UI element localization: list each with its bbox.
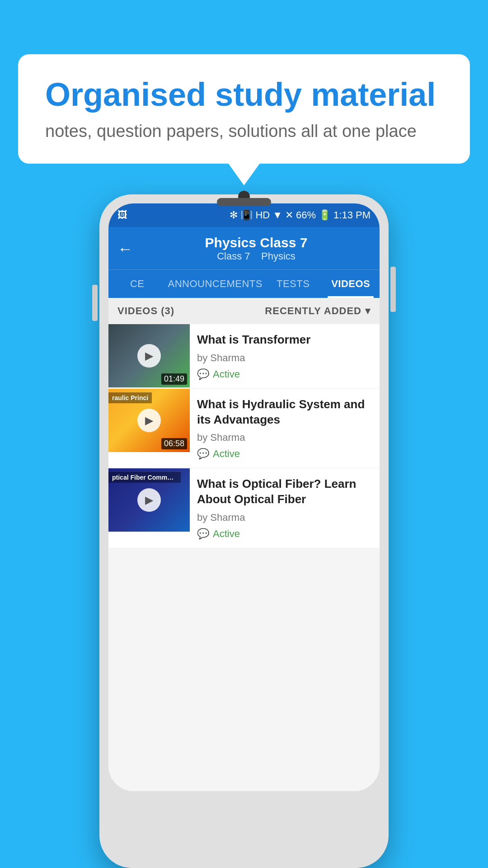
bluetooth-icon: ✻ (230, 209, 238, 221)
phone-screen: 🖼 ✻ 📳 HD ▼ ✕ 66% 🔋 1:13 PM ← (108, 203, 380, 791)
video-author-3: by Sharma (197, 512, 372, 524)
status-label-1: Active (213, 368, 240, 380)
status-left: 🖼 (117, 209, 127, 221)
speech-bubble-title: Organised study material (45, 77, 443, 113)
tab-videos[interactable]: VIDEOS (322, 270, 380, 298)
chat-icon-3: 💬 (197, 528, 209, 540)
phone-button-left (92, 285, 98, 321)
video-thumb-3: ptical Fiber Communicati ▶ (108, 468, 190, 532)
class-label: Class 7 (217, 250, 250, 262)
video-info-3: What is Optical Fiber? Learn About Optic… (190, 468, 380, 548)
hd-badge: HD (255, 209, 270, 221)
phone-container: 🖼 ✻ 📳 HD ▼ ✕ 66% 🔋 1:13 PM ← (27, 194, 461, 868)
video-list: ▶ 01:49 What is Transformer by Sharma 💬 … (108, 324, 380, 548)
video-thumb-2: raulic Princi ▶ 06:58 (108, 389, 190, 452)
status-bar: 🖼 ✻ 📳 HD ▼ ✕ 66% 🔋 1:13 PM (108, 203, 380, 227)
video-author-2: by Sharma (197, 432, 372, 443)
video-info-2: What is Hydraulic System and its Advanta… (190, 389, 380, 468)
video-title-1: What is Transformer (197, 332, 372, 348)
battery-percent: 66% (296, 209, 316, 221)
speech-bubble-subtitle: notes, question papers, solutions all at… (45, 122, 443, 141)
play-button-3[interactable]: ▶ (137, 488, 161, 512)
sort-label: RECENTLY ADDED (265, 305, 361, 317)
image-icon: 🖼 (117, 209, 127, 221)
status-label-2: Active (213, 448, 240, 460)
phone-speaker (217, 198, 271, 206)
chevron-down-icon: ▾ (365, 305, 371, 317)
tabs-bar: CE ANNOUNCEMENTS TESTS VIDEOS (108, 269, 380, 298)
play-button-2[interactable]: ▶ (137, 409, 161, 432)
phone-button-right (390, 267, 396, 312)
video-item-2[interactable]: raulic Princi ▶ 06:58 What is Hydraulic … (108, 389, 380, 469)
app-bar-title-area: Physics Class 7 Class 7 Physics (142, 235, 371, 262)
app-screen: 🖼 ✻ 📳 HD ▼ ✕ 66% 🔋 1:13 PM ← (108, 203, 380, 791)
tab-ce[interactable]: CE (108, 270, 166, 298)
speech-bubble-container: Organised study material notes, question… (18, 54, 470, 164)
back-button[interactable]: ← (117, 240, 133, 258)
videos-count: VIDEOS (3) (117, 305, 174, 317)
video-status-1: 💬 Active (197, 368, 372, 380)
video-status-3: 💬 Active (197, 528, 372, 540)
video-author-1: by Sharma (197, 352, 372, 364)
status-label-3: Active (213, 528, 240, 540)
video-thumb-1: ▶ 01:49 (108, 324, 190, 387)
video-title-3: What is Optical Fiber? Learn About Optic… (197, 476, 372, 507)
duration-badge-2: 06:58 (161, 438, 187, 449)
status-right: ✻ 📳 HD ▼ ✕ 66% 🔋 1:13 PM (230, 209, 371, 221)
thumb-overlay-2: raulic Princi (108, 392, 152, 403)
play-button-1[interactable]: ▶ (137, 344, 161, 368)
video-status-2: 💬 Active (197, 448, 372, 460)
video-title-2: What is Hydraulic System and its Advanta… (197, 397, 372, 428)
thumb-bg-optical: ptical Fiber Communicati ▶ (108, 468, 190, 532)
duration-badge-1: 01:49 (161, 373, 187, 385)
battery-icon: 🔋 (319, 209, 331, 221)
video-item-3[interactable]: ptical Fiber Communicati ▶ What is Optic… (108, 468, 380, 548)
tab-announcements[interactable]: ANNOUNCEMENTS (166, 270, 264, 298)
videos-header: VIDEOS (3) RECENTLY ADDED ▾ (108, 298, 380, 324)
app-bar: ← Physics Class 7 Class 7 Physics (108, 227, 380, 269)
phone-mockup: 🖼 ✻ 📳 HD ▼ ✕ 66% 🔋 1:13 PM ← (99, 194, 389, 868)
video-item-1[interactable]: ▶ 01:49 What is Transformer by Sharma 💬 … (108, 324, 380, 389)
wifi-icon: ▼ (272, 209, 282, 221)
signal-icon: ✕ (285, 209, 293, 221)
sort-button[interactable]: RECENTLY ADDED ▾ (265, 305, 371, 317)
thumb-overlay-3: ptical Fiber Communicati (108, 472, 181, 483)
vibrate-icon: 📳 (240, 209, 253, 221)
tab-tests[interactable]: TESTS (264, 270, 322, 298)
subject-label: Physics (261, 250, 296, 262)
app-bar-subtitle: Class 7 Physics (142, 250, 371, 262)
app-bar-title: Physics Class 7 (142, 235, 371, 250)
chat-icon-2: 💬 (197, 448, 209, 460)
speech-bubble: Organised study material notes, question… (18, 54, 470, 164)
time-display: 1:13 PM (333, 209, 371, 221)
chat-icon-1: 💬 (197, 368, 209, 380)
video-info-1: What is Transformer by Sharma 💬 Active (190, 324, 380, 388)
